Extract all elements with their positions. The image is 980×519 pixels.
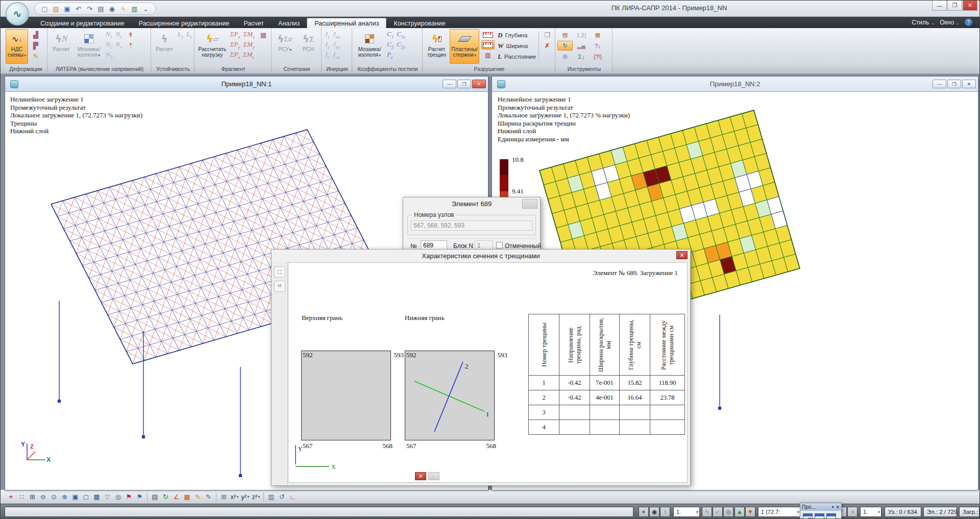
open-icon[interactable]: ▨ [51, 4, 61, 13]
restore-button[interactable]: ❐ [947, 80, 961, 88]
mosaic-arrow-icon[interactable]: ▦ [590, 30, 605, 40]
close-icon[interactable]: ✕ [522, 199, 537, 209]
litera-calc-button[interactable]: ϟN Расчет [50, 29, 73, 64]
pack-icon[interactable]: ▤ [96, 4, 106, 13]
window-titlebar[interactable]: Пример18_NN:1 — ❐ ✕ [5, 77, 488, 92]
close-icon[interactable]: ✕ [676, 251, 688, 259]
select-cursor-icon[interactable]: ⌖ [6, 491, 16, 503]
crack-calc-button[interactable]: ϟ Расчет трещин [425, 29, 449, 64]
apply-icon[interactable]: ✓ [713, 507, 723, 517]
results-icon[interactable]: ▥ [130, 4, 139, 13]
force-item-Jx[interactable]: Jx [325, 30, 330, 39]
app-logo[interactable]: ∿ [6, 2, 29, 26]
force-item-Jz[interactable]: Jz [325, 51, 329, 60]
force-item-Juz[interactable]: Juz [332, 51, 339, 60]
close-icon[interactable]: ✕ [472, 80, 486, 88]
palette-icon[interactable]: ▩ [182, 491, 192, 503]
zoom-mesh-icon[interactable]: ▦ [91, 491, 102, 503]
force-item-N1[interactable]: N1 [106, 30, 112, 39]
undo-icon[interactable]: ↶ [74, 4, 83, 13]
grid-snap-icon[interactable]: ⊞ [27, 491, 38, 503]
value-display-icon[interactable]: 1.2) [574, 30, 589, 40]
mosaic-cursor-icon[interactable]: ▤ [557, 30, 573, 40]
epure-icon[interactable]: ▥ [266, 491, 277, 503]
force-item-ΣMx[interactable]: ΣMx [243, 30, 255, 39]
measure-W[interactable]: WШирина [498, 41, 536, 51]
force-item-C2y[interactable]: C2y [397, 40, 405, 50]
block-combo[interactable]: 1. [673, 507, 700, 517]
rotate-ccw-icon[interactable]: ↺ [277, 491, 287, 503]
force-item-ΣMz[interactable]: ΣMz [243, 51, 254, 60]
close-button[interactable]: ✕ [963, 1, 977, 11]
save-icon[interactable]: ▣ [62, 4, 72, 13]
sum-down-icon[interactable]: Σ↓ [574, 52, 589, 61]
force-item-N2[interactable]: N2 [106, 40, 112, 50]
pencil-orange-icon[interactable]: ✎ [192, 491, 203, 503]
pack-view-icon[interactable]: ▤ [150, 491, 160, 503]
node-numbers-field[interactable]: 567, 568, 592, 593 [411, 220, 532, 231]
window-menu[interactable]: Окно ⌄ [940, 19, 960, 26]
measure-L[interactable]: LРасстояние [498, 52, 536, 61]
close-icon[interactable]: ✕ [962, 80, 976, 88]
calc-load-button[interactable]: ϟ▱ Рассчитать нагрузку [197, 29, 228, 64]
view-icon[interactable]: ◎ [723, 507, 733, 517]
force-item-Pz[interactable]: Pz [387, 51, 393, 60]
force-item-Jy[interactable]: Jy [325, 40, 330, 50]
projection-window-1-icon[interactable] [803, 513, 813, 519]
zoom-out-icon[interactable]: ⊖ [38, 491, 48, 503]
force-item-ΣPx[interactable]: ΣPx [230, 30, 240, 39]
measure-deform-icon[interactable]: ✎ [30, 52, 41, 61]
dialog-apply-icon[interactable]: ▫ [428, 472, 439, 480]
grid-points-icon[interactable]: ∷ [16, 491, 27, 503]
tab-1[interactable]: Создание и редактирование [33, 18, 132, 28]
plates-bars-button[interactable]: Пластины/ стержни [450, 29, 479, 64]
clear-results-icon[interactable]: ✗ [542, 41, 553, 51]
zoom-legend-icon[interactable]: ◎ [557, 52, 573, 61]
force-item-Ly[interactable]: Ly [178, 30, 183, 39]
stress-arrow-up-icon[interactable]: ↟ [125, 30, 136, 40]
axis-tool-icon[interactable]: ∟ [287, 491, 298, 503]
projection-window-3-icon[interactable] [826, 513, 836, 519]
projection-z-icon[interactable]: z² [251, 491, 261, 503]
restore-button[interactable]: ❐ [457, 80, 471, 88]
nds-schemes-button[interactable]: ∿↓ НДС схемы [6, 29, 28, 64]
check-values-icon[interactable]: {?!} [590, 52, 605, 61]
fit-view-icon[interactable]: ▣ [70, 491, 81, 503]
snapshot-icon[interactable]: ◉ [107, 4, 117, 13]
force-item-Ne[interactable]: Ne [115, 40, 122, 50]
run-icon[interactable]: ϟ [118, 4, 128, 13]
snapshot-icon[interactable]: ◉ [649, 507, 659, 517]
window-titlebar[interactable]: Пример18_NN:2 — ❐ ✕ [492, 77, 978, 92]
zoom-in-icon[interactable]: ⊕ [59, 491, 70, 503]
qat-overflow-icon[interactable]: ⌄ [141, 4, 151, 13]
projection-x-icon[interactable]: x² [229, 491, 240, 503]
units-icon[interactable]: ¹² [274, 281, 285, 292]
redo-icon[interactable]: ↷ [85, 4, 94, 13]
tab-6[interactable]: Конструирование [386, 18, 452, 28]
measure-D[interactable]: DГлубина [498, 30, 536, 40]
frame-deform-icon[interactable]: ▟ [30, 30, 41, 40]
step-up-icon[interactable]: ↑ [660, 507, 670, 517]
marked-checkbox[interactable] [496, 242, 503, 249]
pcn-tool-icon[interactable]: ⊞ [218, 491, 229, 503]
rotate-model-icon[interactable]: ↻ [557, 41, 573, 51]
number-combo[interactable]: 1. [860, 507, 881, 517]
tab-2[interactable]: Расширенное редактирование [132, 18, 237, 28]
tab-3[interactable]: Расчет [236, 18, 271, 28]
question-arrow-icon[interactable]: ?↓ [590, 41, 605, 51]
chevron-down-icon[interactable]: ▾ [831, 505, 834, 509]
minimize-button[interactable]: — [932, 1, 947, 11]
maximize-button[interactable]: ❐ [947, 1, 962, 11]
force-item-Juy[interactable]: Juy [333, 40, 340, 50]
style-menu[interactable]: Стиль ⌄ [912, 19, 935, 26]
force-item-ΣPy[interactable]: ΣPy [230, 40, 240, 50]
force-item-C1[interactable]: C1 [387, 30, 394, 39]
rsn-button[interactable]: ϟΣ РСН [297, 29, 320, 64]
load-step-up-icon[interactable]: ▲ [734, 507, 745, 517]
close-icon[interactable]: ✕ [836, 505, 840, 510]
mouse-mode-icon[interactable]: ⌖ [639, 507, 649, 517]
projection-window-2-icon[interactable] [815, 513, 824, 519]
tab-4[interactable]: Анализ [271, 18, 307, 28]
rsu-button[interactable]: ϟΣσ РСУ [274, 29, 296, 64]
dialog-titlebar[interactable]: Характеристики сечения с трещинами ✕ [272, 250, 690, 262]
